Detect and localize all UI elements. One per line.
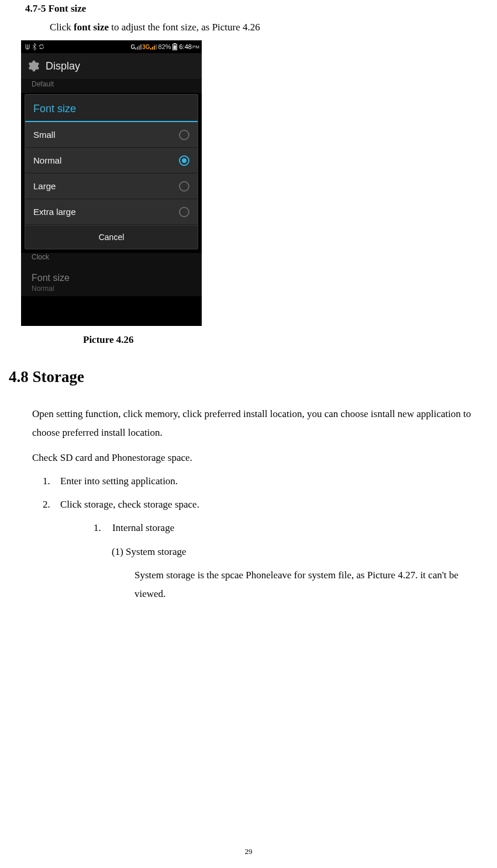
svg-rect-0 xyxy=(135,48,136,50)
list-number: 2. xyxy=(43,495,60,514)
screen-title: Display xyxy=(46,60,80,72)
figure-caption: Picture 4.26 xyxy=(83,334,488,346)
section-header: 4.7-5 Font size xyxy=(25,3,488,15)
paragraph-1: Open setting function, click memory, cli… xyxy=(32,405,488,443)
font-size-row-label: Font size xyxy=(32,273,202,283)
svg-rect-10 xyxy=(173,46,176,50)
instruction-post: to adjust the font size, as Picture 4.26 xyxy=(109,22,260,33)
threeg-indicator: 3G xyxy=(142,44,150,50)
instruction-line: Click font size to adjust the font size,… xyxy=(50,22,488,33)
instruction-pre: Click xyxy=(50,22,74,33)
signal-bars-icon-2 xyxy=(150,44,157,50)
list-item-2: 2.Click storage, check storage space. xyxy=(43,495,488,514)
instruction-bold: font size xyxy=(74,22,109,33)
battery-icon xyxy=(172,43,177,50)
option-small[interactable]: Small xyxy=(25,122,198,148)
clock-sub: Clock xyxy=(21,253,202,266)
font-size-dialog: Font size Small Normal Large Extra large… xyxy=(25,94,198,249)
sub-list-item-1: 1.Internal storage xyxy=(94,519,488,537)
option-large[interactable]: Large xyxy=(25,173,198,199)
option-extra-large[interactable]: Extra large xyxy=(25,199,198,225)
list-text: Enter into setting application. xyxy=(60,475,178,487)
svg-rect-3 xyxy=(140,44,141,50)
option-label: Extra large xyxy=(33,207,76,217)
option-label: Large xyxy=(33,181,56,191)
svg-rect-7 xyxy=(156,44,157,50)
sync-icon xyxy=(39,44,44,50)
gear-icon xyxy=(27,60,40,72)
sub-list-number: 1. xyxy=(94,519,112,537)
status-time: 6:48 xyxy=(180,43,192,50)
paragraph-2: Check SD card and Phonestorage space. xyxy=(32,449,488,467)
radio-icon xyxy=(179,207,189,217)
radio-icon xyxy=(179,181,189,192)
svg-rect-2 xyxy=(139,46,140,50)
g-indicator: G xyxy=(130,44,135,50)
sub-sub-item-1: (1) System storage xyxy=(112,543,488,561)
cancel-button[interactable]: Cancel xyxy=(25,225,198,249)
battery-percent: 82% xyxy=(158,43,171,50)
android-screenshot: G 3G 82% 6:48 PM Display Default Font si… xyxy=(21,40,202,326)
page-number: 29 xyxy=(0,847,497,856)
list-item-1: 1.Enter into setting application. xyxy=(43,472,488,491)
theme-sub: Default xyxy=(32,79,202,93)
signal-bars-icon-1 xyxy=(135,44,142,50)
option-label: Normal xyxy=(33,155,61,165)
bluetooth-icon xyxy=(32,43,37,50)
sub-list-text: Internal storage xyxy=(112,522,174,533)
dialog-title: Font size xyxy=(25,95,198,122)
option-label: Small xyxy=(33,130,56,140)
svg-rect-5 xyxy=(152,47,153,50)
font-size-row[interactable]: Font size Normal xyxy=(21,266,202,296)
font-size-row-sub: Normal xyxy=(32,284,202,293)
radio-icon xyxy=(179,155,189,166)
list-text: Click storage, check storage space. xyxy=(60,499,199,510)
svg-rect-1 xyxy=(137,47,138,50)
psi-icon xyxy=(25,44,30,50)
status-ampm: PM xyxy=(192,44,199,50)
list-number: 1. xyxy=(43,472,60,491)
title-bar: Display xyxy=(21,53,202,79)
svg-rect-4 xyxy=(150,48,151,50)
svg-rect-6 xyxy=(154,46,155,50)
status-bar: G 3G 82% 6:48 PM xyxy=(21,40,202,53)
theme-row: Default xyxy=(21,79,202,93)
sub-sub-body-1: System storage is the spcae Phoneleave f… xyxy=(134,566,488,604)
heading-storage: 4.8 Storage xyxy=(9,368,488,386)
radio-icon xyxy=(179,130,189,140)
option-normal[interactable]: Normal xyxy=(25,148,198,173)
